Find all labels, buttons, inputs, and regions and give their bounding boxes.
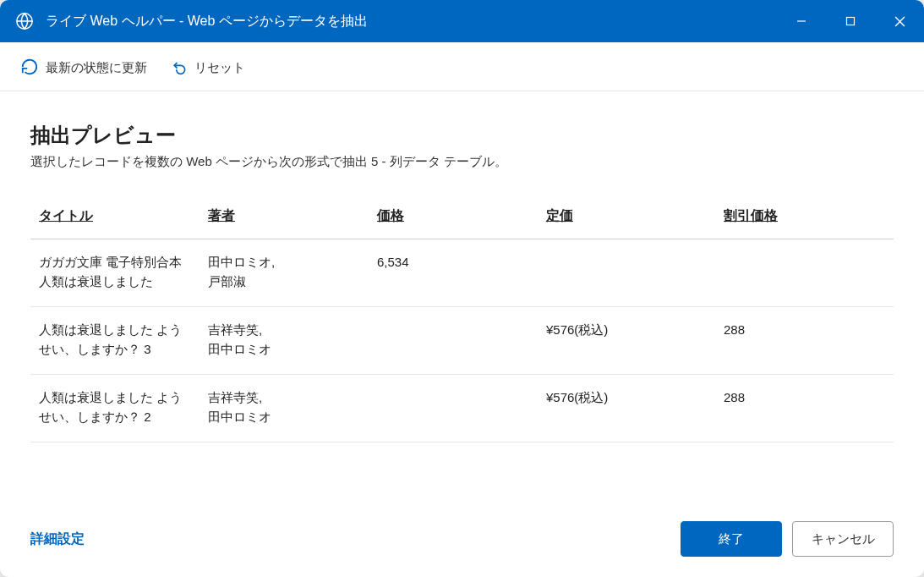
cell-title: ガガガ文庫 電子特別合本 人類は衰退しました xyxy=(30,239,200,307)
maximize-button[interactable] xyxy=(826,0,875,42)
advanced-settings-link[interactable]: 詳細設定 xyxy=(30,530,85,548)
cell-list-price xyxy=(538,239,715,307)
close-button[interactable] xyxy=(875,0,924,42)
window-controls xyxy=(777,0,924,42)
data-table: タイトル 著者 価格 定価 割引価格 ガガガ文庫 電子特別合本 人類は衰退しまし… xyxy=(30,195,894,442)
refresh-icon xyxy=(20,58,39,79)
col-header-title[interactable]: タイトル xyxy=(30,195,200,239)
cancel-button[interactable]: キャンセル xyxy=(792,521,894,557)
cell-title: 人類は衰退しました ようせい、しますか？ 2 xyxy=(30,375,200,442)
cell-discount: 288 xyxy=(715,307,894,375)
cell-discount xyxy=(715,239,894,307)
table-row[interactable]: 人類は衰退しました ようせい、しますか？ 3 吉祥寺笑, 田中ロミオ ¥576(… xyxy=(30,307,894,375)
cell-author: 吉祥寺笑, 田中ロミオ xyxy=(200,307,369,375)
col-header-price[interactable]: 価格 xyxy=(369,195,538,239)
cell-title: 人類は衰退しました ようせい、しますか？ 3 xyxy=(30,307,200,375)
refresh-label: 最新の状態に更新 xyxy=(46,60,147,76)
table-row[interactable]: ガガガ文庫 電子特別合本 人類は衰退しました 田中ロミオ, 戸部淑 6,534 xyxy=(30,239,894,307)
toolbar: 最新の状態に更新 リセット xyxy=(0,42,924,91)
col-header-discount[interactable]: 割引価格 xyxy=(715,195,894,239)
dialog-window: ライブ Web ヘルパー - Web ページからデータを抽出 最新の状態に更新 xyxy=(0,0,924,577)
cell-price: 6,534 xyxy=(369,239,538,307)
titlebar: ライブ Web ヘルパー - Web ページからデータを抽出 xyxy=(0,0,924,42)
footer: 詳細設定 終了 キャンセル xyxy=(0,504,924,577)
table-row[interactable]: 人類は衰退しました ようせい、しますか？ 2 吉祥寺笑, 田中ロミオ ¥576(… xyxy=(30,375,894,442)
cell-price xyxy=(369,375,538,442)
minimize-button[interactable] xyxy=(777,0,826,42)
window-title: ライブ Web ヘルパー - Web ページからデータを抽出 xyxy=(46,13,777,30)
reset-label: リセット xyxy=(194,60,245,76)
table-header-row: タイトル 著者 価格 定価 割引価格 xyxy=(30,195,894,239)
cell-price xyxy=(369,307,538,375)
cell-author: 吉祥寺笑, 田中ロミオ xyxy=(200,375,369,442)
globe-icon xyxy=(15,12,34,30)
finish-button[interactable]: 終了 xyxy=(681,521,782,557)
reset-button[interactable]: リセット xyxy=(171,58,245,78)
content-area: 抽出プレビュー 選択したレコードを複数の Web ページから次の形式で抽出 5 … xyxy=(0,91,924,504)
col-header-list-price[interactable]: 定価 xyxy=(538,195,715,239)
col-header-author[interactable]: 著者 xyxy=(200,195,369,239)
cell-discount: 288 xyxy=(715,375,894,442)
refresh-button[interactable]: 最新の状態に更新 xyxy=(20,58,147,79)
svg-rect-1 xyxy=(847,18,855,25)
reset-icon xyxy=(171,58,188,78)
preview-title: 抽出プレビュー xyxy=(30,122,894,149)
cell-author: 田中ロミオ, 戸部淑 xyxy=(200,239,369,307)
cell-list-price: ¥576(税込) xyxy=(538,375,715,442)
cell-list-price: ¥576(税込) xyxy=(538,307,715,375)
preview-description: 選択したレコードを複数の Web ページから次の形式で抽出 5 - 列データ テ… xyxy=(30,154,894,170)
